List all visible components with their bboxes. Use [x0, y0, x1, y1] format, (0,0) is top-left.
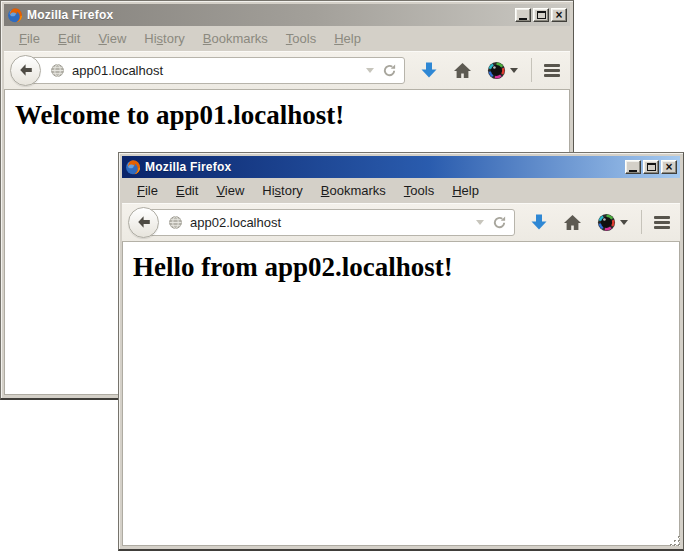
minimize-icon [629, 170, 637, 172]
minimize-button[interactable] [515, 8, 531, 22]
menu-history[interactable]: History [253, 180, 311, 201]
menu-history[interactable]: History [135, 28, 193, 49]
back-arrow-icon [18, 62, 34, 78]
toolbar-separator [641, 210, 642, 234]
download-button[interactable] [420, 61, 438, 79]
firefox-logo-icon [7, 7, 23, 23]
menu-help[interactable]: Help [443, 180, 488, 201]
url-text[interactable]: app01.localhost [72, 63, 358, 78]
reload-button[interactable] [382, 63, 397, 78]
minimize-icon [519, 18, 527, 20]
window-title: Mozilla Firefox [145, 160, 621, 174]
back-button[interactable] [128, 207, 159, 238]
firefox-logo-icon [125, 159, 141, 175]
navigation-toolbar: app01.localhost [4, 51, 570, 90]
home-button[interactable] [563, 214, 582, 231]
titlebar[interactable]: Mozilla Firefox × [4, 4, 570, 26]
page-heading: Welcome to app01.localhost! [15, 100, 569, 131]
page-heading: Hello from app02.localhost! [133, 252, 679, 283]
hamburger-menu-button[interactable] [654, 216, 670, 229]
close-button[interactable]: × [661, 160, 677, 174]
urlbar-dropdown-icon[interactable] [365, 67, 375, 74]
menu-edit[interactable]: Edit [49, 28, 89, 49]
maximize-button[interactable] [533, 8, 549, 22]
maximize-icon [647, 163, 656, 171]
minimize-button[interactable] [625, 160, 641, 174]
site-globe-icon [50, 63, 65, 78]
menu-bookmarks[interactable]: Bookmarks [312, 180, 395, 201]
app-menu-button[interactable] [487, 61, 518, 80]
urlbar-dropdown-icon[interactable] [475, 219, 485, 226]
chevron-down-icon [510, 68, 518, 73]
maximize-icon [537, 11, 546, 19]
close-icon: × [665, 162, 672, 172]
color-wheel-icon [597, 213, 616, 232]
desktop: Mozilla Firefox × File Edit View History… [0, 0, 688, 551]
menu-tools[interactable]: Tools [395, 180, 443, 201]
menu-view[interactable]: View [89, 28, 135, 49]
menu-bar: File Edit View History Bookmarks Tools H… [122, 178, 680, 203]
download-button[interactable] [530, 213, 548, 231]
close-icon: × [555, 10, 562, 20]
window-title: Mozilla Firefox [27, 8, 511, 22]
maximize-button[interactable] [643, 160, 659, 174]
toolbar-separator [531, 58, 532, 82]
home-button[interactable] [453, 62, 472, 79]
url-bar[interactable]: app02.localhost [141, 209, 515, 236]
menu-help[interactable]: Help [325, 28, 370, 49]
reload-button[interactable] [492, 215, 507, 230]
firefox-window-app02: Mozilla Firefox × File Edit View History… [118, 152, 684, 551]
back-button[interactable] [10, 55, 41, 86]
url-text[interactable]: app02.localhost [190, 215, 468, 230]
close-button[interactable]: × [551, 8, 567, 22]
titlebar[interactable]: Mozilla Firefox × [122, 156, 680, 178]
menu-file[interactable]: File [128, 180, 167, 201]
page-content: Hello from app02.localhost! [122, 242, 680, 546]
menu-edit[interactable]: Edit [167, 180, 207, 201]
site-globe-icon [168, 215, 183, 230]
url-bar[interactable]: app01.localhost [23, 57, 405, 84]
back-arrow-icon [136, 214, 152, 230]
navigation-toolbar: app02.localhost [122, 203, 680, 242]
menu-file[interactable]: File [10, 28, 49, 49]
resize-grip-icon[interactable] [668, 534, 682, 548]
color-wheel-icon [487, 61, 506, 80]
menu-tools[interactable]: Tools [277, 28, 325, 49]
menu-bar: File Edit View History Bookmarks Tools H… [4, 26, 570, 51]
menu-view[interactable]: View [207, 180, 253, 201]
chevron-down-icon [620, 220, 628, 225]
hamburger-menu-button[interactable] [544, 64, 560, 77]
menu-bookmarks[interactable]: Bookmarks [194, 28, 277, 49]
window-controls: × [625, 160, 678, 174]
window-controls: × [515, 8, 568, 22]
app-menu-button[interactable] [597, 213, 628, 232]
